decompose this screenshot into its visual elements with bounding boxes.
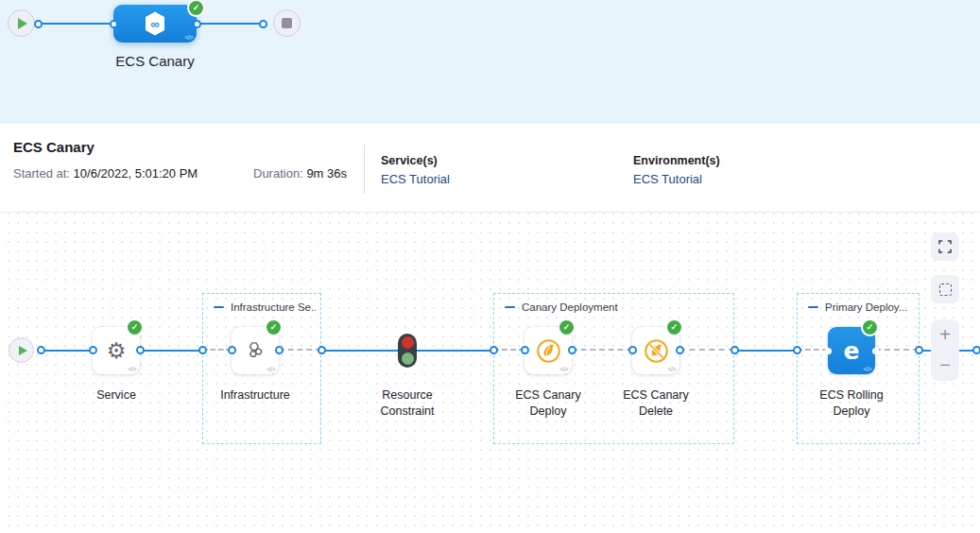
- connector-port: [136, 346, 145, 354]
- duration-label: Duration:: [253, 166, 303, 181]
- execution-summary-bar: ECS Canary Started at: 10/6/2022, 5:01:2…: [0, 124, 980, 213]
- svg-text:∞: ∞: [150, 17, 159, 31]
- success-check-icon: ✓: [266, 320, 281, 335]
- fullscreen-button[interactable]: [931, 232, 959, 261]
- connector-wire: [42, 350, 93, 352]
- play-icon: [19, 346, 27, 355]
- code-icon: </>: [667, 366, 676, 372]
- environments-link[interactable]: ECS Tutorial: [633, 172, 702, 186]
- connector-port: [198, 346, 207, 354]
- connector-port: [318, 346, 326, 354]
- connector-port: [568, 346, 576, 354]
- connector-port: [275, 346, 284, 354]
- resource-constraint-traffic-light-icon[interactable]: [398, 334, 417, 368]
- code-icon: </>: [184, 34, 193, 41]
- play-icon: [18, 18, 27, 29]
- group-title: Primary Deploy...: [808, 301, 907, 313]
- services-link[interactable]: ECS Tutorial: [381, 172, 450, 186]
- stage-node-ecs-canary[interactable]: ∞ </>: [113, 5, 197, 43]
- pipeline-strip: ∞ </> ✓ ECS Canary: [0, 0, 980, 123]
- execution-graph-canvas[interactable]: Infrastructure Se... Canary Deployment P…: [0, 213, 980, 533]
- stage-label: ECS Canary: [98, 53, 212, 69]
- step-label: Service: [69, 387, 163, 404]
- zoom-controls: + −: [931, 319, 959, 381]
- connector-port-white: [825, 348, 832, 354]
- success-check-icon: ✓: [189, 1, 203, 15]
- started-value: 10/6/2022, 5:01:20 PM: [74, 166, 198, 181]
- started-label: Started at:: [13, 166, 70, 181]
- connector-port: [676, 346, 684, 354]
- harness-stage-icon: ∞: [141, 9, 169, 38]
- zoom-in-button[interactable]: +: [931, 319, 959, 350]
- marquee-select-icon: [939, 284, 952, 296]
- green-light: [402, 352, 414, 365]
- stop-icon: [282, 18, 292, 28]
- connector-port: [110, 20, 118, 28]
- connector-port: [89, 346, 97, 354]
- marquee-select-button[interactable]: [931, 275, 959, 303]
- gear-icon: ⚙: [107, 340, 127, 362]
- connector-port: [259, 20, 267, 28]
- fullscreen-icon: [938, 240, 952, 253]
- code-icon: </>: [266, 366, 275, 372]
- duration-value: 9m 36s: [306, 166, 347, 181]
- environments-label: Environment(s): [633, 154, 720, 167]
- success-check-icon: ✓: [559, 320, 574, 335]
- connector-port: [972, 346, 980, 354]
- graph-start-node[interactable]: [9, 337, 34, 363]
- services-label: Service(s): [381, 154, 438, 167]
- collapse-group-icon[interactable]: [214, 306, 224, 309]
- connector-port: [490, 346, 498, 354]
- success-check-icon: ✓: [128, 320, 142, 335]
- group-title-text: Canary Deployment: [522, 301, 618, 313]
- connector-port: [731, 346, 739, 354]
- code-icon: </>: [559, 366, 568, 372]
- ecs-rolling-icon: e: [844, 337, 860, 365]
- group-title: Canary Deployment: [505, 301, 618, 313]
- connector-port: [793, 346, 801, 354]
- canary-deploy-icon: [536, 338, 561, 364]
- pipeline-title: ECS Canary: [13, 139, 95, 155]
- divider: [364, 145, 365, 194]
- connector-port-white: [872, 348, 879, 354]
- canary-delete-icon: [644, 338, 669, 364]
- step-label: Resource Constraint: [360, 387, 455, 420]
- connector-port: [915, 346, 923, 354]
- group-title-text: Primary Deploy...: [825, 301, 907, 313]
- connector-port: [37, 346, 45, 354]
- stop-pipeline-button[interactable]: [273, 9, 301, 37]
- connector-wire: [200, 23, 259, 25]
- run-pipeline-button[interactable]: [8, 9, 35, 37]
- group-title: Infrastructure Se...: [214, 301, 316, 313]
- infrastructure-hexagons-icon: [243, 338, 267, 363]
- success-check-icon: ✓: [667, 320, 681, 335]
- zoom-out-button[interactable]: −: [931, 350, 959, 380]
- duration: Duration: 9m 36s: [253, 166, 347, 181]
- code-icon: </>: [863, 366, 871, 372]
- red-light: [402, 336, 414, 349]
- code-icon: </>: [128, 366, 136, 372]
- connector-port: [628, 346, 637, 354]
- connector-wire: [140, 350, 202, 352]
- collapse-group-icon[interactable]: [808, 306, 818, 309]
- connector-port: [521, 346, 529, 354]
- group-title-text: Infrastructure Se...: [231, 301, 316, 313]
- started-at: Started at: 10/6/2022, 5:01:20 PM: [13, 166, 198, 181]
- collapse-group-icon[interactable]: [505, 306, 515, 309]
- connector-port: [228, 346, 236, 354]
- connector-wire: [734, 350, 797, 352]
- success-check-icon: ✓: [863, 320, 877, 335]
- connector-wire: [42, 23, 110, 25]
